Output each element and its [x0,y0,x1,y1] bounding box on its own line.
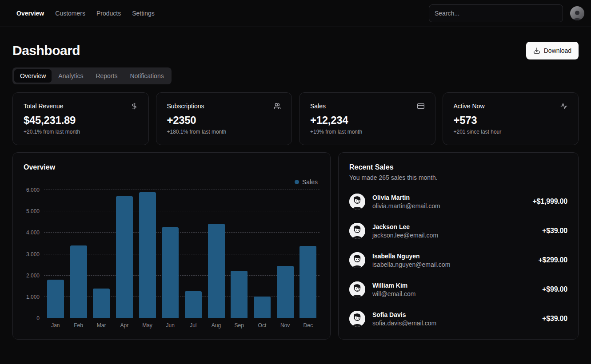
bar-slot-apr [113,190,136,318]
tab-reports[interactable]: Reports [90,69,123,83]
person-icon [571,9,583,20]
stats-grid: Total Revenue$45,231.89+20.1% from last … [12,92,579,145]
bar-slot-aug [205,190,228,318]
customer-email: will@email.com [372,290,415,297]
recent-sales-title: Recent Sales [349,163,567,171]
nav-item-customers[interactable]: Customers [55,10,85,17]
x-tick-label: Nov [274,322,297,328]
nav-item-products[interactable]: Products [96,10,121,17]
avatar [349,223,365,239]
sale-item-olivia-martin: Olivia Martinolivia.martin@email.com+$1,… [349,194,567,210]
x-tick-label: Sep [228,322,251,328]
top-nav: OverviewCustomersProductsSettings [0,0,591,27]
y-tick-label: 2.000 [26,273,40,279]
bar-slot-jul [182,190,205,318]
credit-card-icon [417,103,424,110]
bar-dec [299,246,316,318]
bar-may [139,192,156,318]
avatar [349,311,365,327]
stat-title: Sales [310,103,326,110]
x-tick-label: Jul [182,322,205,328]
legend-dot [295,180,299,184]
tab-overview[interactable]: Overview [14,69,52,83]
bar-jun [162,227,179,318]
stat-value: +2350 [167,114,281,127]
stat-title: Active Now [454,103,485,110]
sale-amount: +$1,999.00 [532,198,567,206]
legend-label: Sales [302,178,318,186]
bar-slot-jan [44,190,67,318]
bar-mar [93,289,110,318]
sales-list: Olivia Martinolivia.martin@email.com+$1,… [349,194,567,327]
bar-slot-sep [228,190,251,318]
y-tick-label: 4.000 [26,229,40,236]
bar-jan [47,280,64,318]
y-tick-label: 5.000 [26,208,40,214]
x-tick-label: Aug [205,322,228,328]
stat-title: Total Revenue [24,103,64,110]
customer-name: Olivia Martin [372,194,440,201]
sale-item-william-kim: William Kimwill@email.com+$99.00 [349,281,567,297]
tab-analytics[interactable]: Analytics [52,69,89,83]
customer-email: olivia.martin@email.com [372,202,440,210]
page-title: Dashboard [12,43,80,58]
users-icon [274,103,281,110]
stat-change: +19% from last month [310,129,424,135]
overview-chart-card: Overview Sales 01.0002.0003.0004.0005.00… [12,152,331,340]
y-tick-label: 3.000 [26,251,40,257]
bar-sep [231,271,248,318]
customer-email: isabella.nguyen@email.com [372,261,450,268]
x-tick-label: Mar [90,322,113,328]
stat-value: +573 [454,114,568,127]
bar-slot-may [136,190,159,318]
stat-value: +12,234 [310,114,424,127]
tab-notifications[interactable]: Notifications [124,69,169,83]
search-input[interactable] [429,4,563,22]
stat-change: +20.1% from last month [24,129,138,135]
recent-sales-card: Recent Sales You made 265 sales this mon… [338,152,579,340]
x-tick-label: Jun [159,322,182,328]
bar-plot [44,190,319,318]
y-tick-label: 6.000 [26,187,40,193]
nav-item-overview[interactable]: Overview [16,10,44,17]
bar-slot-oct [251,190,274,318]
y-axis: 01.0002.0003.0004.0005.0006.000 [24,190,44,318]
download-button[interactable]: Download [526,42,579,59]
customer-name: Isabella Nguyen [372,253,450,260]
x-tick-label: Apr [113,322,136,328]
stat-change: +180.1% from last month [167,129,281,135]
sale-item-jackson-lee: Jackson Leejackson.lee@email.com+$39.00 [349,223,567,239]
avatar [349,194,365,210]
stat-card-active-now: Active Now+573+201 since last hour [443,92,579,145]
x-tick-label: Feb [67,322,90,328]
customer-name: Sofia Davis [372,311,436,318]
stat-card-sales: Sales+12,234+19% from last month [299,92,435,145]
tabs: OverviewAnalyticsReportsNotifications [12,67,172,84]
x-tick-label: Jan [44,322,67,328]
stat-value: $45,231.89 [24,114,138,127]
download-label: Download [544,47,571,54]
dollar-sign-icon [131,103,138,110]
customer-email: sofia.davis@email.com [372,320,436,327]
sale-amount: +$39.00 [542,315,567,323]
recent-sales-subtitle: You made 265 sales this month. [349,174,567,181]
nav-item-settings[interactable]: Settings [132,10,155,17]
chart-legend: Sales [24,178,318,186]
bar-nov [277,266,294,318]
x-axis: JanFebMarAprMayJunJulAugSepOctNovDec [44,322,319,328]
stat-card-subscriptions: Subscriptions+2350+180.1% from last mont… [156,92,292,145]
stat-change: +201 since last hour [454,129,568,135]
bar-slot-feb [67,190,90,318]
bar-slot-nov [274,190,297,318]
bar-jul [185,291,202,318]
dashboard-page: Dashboard Download OverviewAnalyticsRepo… [0,42,591,340]
activity-icon [560,103,567,110]
bar-aug [208,224,225,318]
user-avatar[interactable] [570,6,584,20]
stat-title: Subscriptions [167,103,204,110]
chart-title: Overview [24,163,319,171]
stat-card-total-revenue: Total Revenue$45,231.89+20.1% from last … [12,92,149,145]
x-tick-label: May [136,322,159,328]
customer-name: Jackson Lee [372,223,438,230]
x-tick-label: Oct [251,322,274,328]
